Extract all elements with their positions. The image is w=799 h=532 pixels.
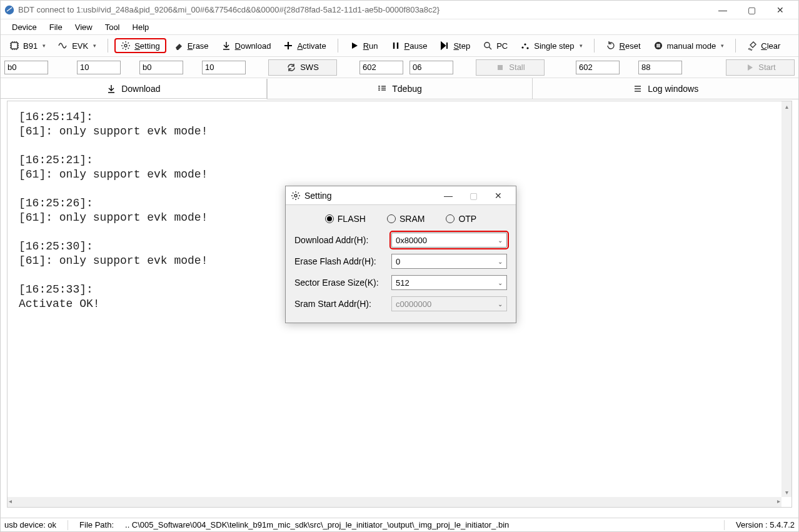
menu-tool[interactable]: Tool (99, 21, 126, 33)
chevron-down-icon: ⌄ (498, 279, 503, 286)
activate-button[interactable]: Activate (278, 39, 331, 53)
menu-view[interactable]: View (69, 21, 99, 33)
tab-tdebug[interactable]: Tdebug (267, 78, 533, 99)
chip-label: B91 (23, 41, 38, 51)
param-input-5[interactable] (359, 61, 403, 74)
play-icon (745, 63, 755, 73)
download-addr-combo[interactable]: 0x80000 ⌄ (391, 233, 507, 248)
chevron-down-icon: ⌄ (498, 301, 503, 308)
download-icon (106, 84, 116, 94)
dialog-close-button[interactable]: ✕ (486, 187, 511, 204)
gear-icon (291, 191, 301, 201)
dialog-minimize-button[interactable]: — (436, 187, 461, 204)
separator (594, 39, 595, 53)
app-icon (4, 5, 14, 15)
step-button[interactable]: Step (435, 39, 475, 53)
stall-button[interactable]: Stall (476, 59, 545, 76)
erase-label: Erase (188, 41, 209, 51)
sector-size-value: 512 (396, 278, 498, 288)
erase-button[interactable]: Erase (169, 39, 214, 53)
close-button[interactable]: ✕ (766, 1, 795, 19)
param-input-3[interactable] (139, 61, 183, 74)
separator (108, 39, 108, 53)
erase-addr-combo[interactable]: 0 ⌄ (391, 254, 507, 269)
wave-icon (58, 41, 68, 51)
separator (338, 39, 338, 53)
search-icon (483, 41, 493, 51)
status-filepath-label: File Path: (79, 520, 114, 529)
radio-sram[interactable]: SRAM (387, 214, 425, 224)
tab-download-label: Download (121, 84, 160, 94)
pc-label: PC (496, 41, 508, 51)
download-addr-value: 0x80000 (396, 236, 498, 245)
sram-addr-label: Sram Start Addr(H): (294, 299, 391, 309)
list-icon (633, 84, 643, 94)
play-icon (349, 41, 359, 51)
menu-device[interactable]: Device (6, 21, 43, 33)
tab-download[interactable]: Download (1, 79, 267, 99)
single-step-button[interactable]: Single step▾ (515, 39, 587, 53)
radio-otp[interactable]: OTP (446, 214, 476, 224)
erase-icon (174, 41, 184, 51)
chip-selector[interactable]: B91▾ (4, 39, 51, 53)
board-selector[interactable]: EVK▾ (53, 39, 101, 53)
svg-rect-1 (11, 43, 18, 49)
param-input-8[interactable] (638, 61, 682, 74)
param-input-4[interactable] (202, 61, 246, 74)
pc-button[interactable]: PC (478, 39, 513, 53)
param-input-1[interactable] (4, 61, 48, 74)
activate-label: Activate (297, 41, 326, 51)
pause-button[interactable]: Pause (386, 39, 433, 53)
menu-file[interactable]: File (43, 21, 69, 33)
sws-label: SWS (300, 63, 319, 72)
memory-type-radios: FLASH SRAM OTP (294, 214, 507, 224)
svg-point-2 (124, 44, 127, 47)
tab-log[interactable]: Log windows (533, 78, 798, 99)
dialog-titlebar: Setting — ▢ ✕ (286, 186, 516, 205)
single-step-label: Single step (534, 41, 574, 51)
mode-selector[interactable]: manual mode▾ (648, 39, 730, 53)
tab-tdebug-label: Tdebug (392, 84, 421, 94)
scrollbar-horizontal[interactable]: ◂ ▸ (8, 497, 781, 507)
param-input-6[interactable] (410, 61, 453, 74)
sector-size-label: Sector Erase Size(K): (294, 278, 391, 288)
maximize-button[interactable]: ▢ (737, 1, 766, 19)
scroll-up-icon[interactable]: ▴ (781, 101, 791, 111)
param-input-7[interactable] (576, 61, 620, 74)
minimize-button[interactable]: — (708, 1, 737, 19)
download-icon (221, 41, 231, 51)
download-addr-label: Download Addr(H): (294, 235, 391, 245)
chevron-down-icon: ⌄ (498, 258, 503, 265)
status-version: Version : 5.4.7.2 (736, 520, 795, 529)
menu-help[interactable]: Help (126, 21, 156, 33)
svg-point-6 (527, 47, 529, 49)
param-input-2[interactable] (77, 61, 121, 74)
svg-point-4 (522, 46, 524, 48)
stall-label: Stall (509, 63, 525, 72)
mode-label: manual mode (667, 41, 716, 51)
step-icon (440, 41, 450, 51)
clear-button[interactable]: Clear (742, 39, 785, 53)
sector-size-combo[interactable]: 512 ⌄ (391, 275, 507, 290)
run-button[interactable]: Run (344, 39, 383, 53)
setting-label: Setting (134, 41, 159, 51)
scrollbar-vertical[interactable] (781, 101, 791, 497)
erase-addr-value: 0 (396, 257, 498, 266)
scroll-down-icon[interactable]: ▾ (781, 487, 791, 497)
mode-icon (653, 41, 663, 51)
sws-button[interactable]: SWS (268, 59, 337, 76)
start-button[interactable]: Start (726, 59, 795, 76)
stop-icon (495, 63, 505, 73)
sram-addr-value: c0000000 (396, 299, 498, 309)
download-button[interactable]: Download (216, 39, 276, 53)
tab-bar: Download Tdebug Log windows (1, 78, 798, 99)
run-label: Run (363, 41, 378, 51)
status-bar: usb device: ok File Path: .. C\005_Softw… (1, 518, 798, 531)
radio-flash[interactable]: FLASH (325, 214, 366, 224)
start-label: Start (758, 63, 775, 72)
reset-label: Reset (620, 41, 641, 51)
window-title: BDT connect to 1:usb#vid_248a&pid_9206&m… (18, 5, 708, 14)
svg-point-3 (485, 43, 490, 48)
reset-button[interactable]: Reset (601, 39, 646, 53)
setting-button[interactable]: Setting (114, 38, 166, 53)
